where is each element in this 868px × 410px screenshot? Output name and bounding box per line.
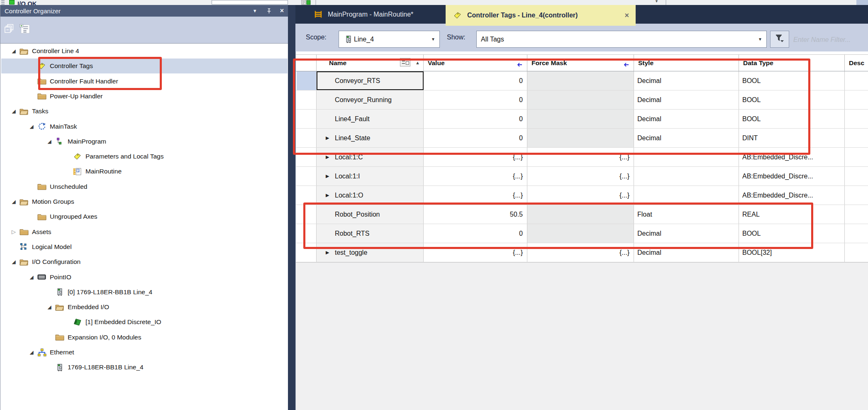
tag-description-cell[interactable] xyxy=(845,129,868,147)
tag-datatype-cell[interactable]: BOOL xyxy=(739,90,845,109)
tag-description-cell[interactable] xyxy=(845,71,868,90)
row-selector[interactable] xyxy=(297,224,317,243)
tag-name-cell[interactable]: ▶test_toggle xyxy=(317,243,424,262)
filter-button[interactable] xyxy=(770,31,789,48)
column-header-style[interactable]: Style xyxy=(634,55,739,71)
tree-item-mainroutine[interactable]: 1MainRoutine xyxy=(1,164,288,179)
expand-toggle-icon[interactable]: ◢ xyxy=(9,48,19,54)
column-header-value[interactable]: Value xyxy=(424,55,527,71)
tag-description-cell[interactable] xyxy=(845,205,868,224)
toolbar-drag-grip[interactable] xyxy=(1,0,5,5)
tree-item-expansion-i-o-0-modules[interactable]: Expansion I/O, 0 Modules xyxy=(1,330,288,345)
tag-style-cell[interactable]: Decimal xyxy=(634,243,739,262)
row-selector[interactable] xyxy=(297,129,317,147)
row-expand-icon[interactable]: ▶ xyxy=(326,250,329,255)
tag-datatype-cell[interactable]: BOOL xyxy=(739,71,845,90)
tree-item-maintask[interactable]: ◢MainTask xyxy=(1,119,288,134)
tag-value-cell[interactable]: 0 xyxy=(424,90,527,109)
tree-item-ethernet[interactable]: ◢Ethernet xyxy=(1,345,288,360)
pin-icon[interactable] xyxy=(266,8,272,14)
expand-toggle-icon[interactable]: ▷ xyxy=(9,229,19,235)
tree-item-tasks[interactable]: ◢Tasks xyxy=(1,104,288,119)
tag-forcemask-cell[interactable]: {...} xyxy=(527,148,634,166)
expand-toggle-icon[interactable]: ◢ xyxy=(9,199,19,205)
tag-name-cell[interactable]: Conveyor_RTS xyxy=(317,71,424,90)
tab-mainprogram-mainroutine[interactable]: MainProgram - MainRoutine* xyxy=(307,5,419,24)
tab-controller-tags[interactable]: Controller Tags - Line_4(controller) × xyxy=(446,5,636,26)
tree-item-motion-groups[interactable]: ◢Motion Groups xyxy=(1,194,288,209)
expand-toggle-icon[interactable]: ◢ xyxy=(27,349,37,355)
tag-forcemask-cell[interactable] xyxy=(527,71,634,90)
row-selector[interactable] xyxy=(297,167,317,185)
tag-style-cell[interactable]: Decimal xyxy=(634,110,739,128)
row-selector[interactable] xyxy=(297,148,317,166)
row-selector[interactable] xyxy=(297,110,317,128)
tree-item-assets[interactable]: ▷Assets xyxy=(1,225,288,239)
tag-forcemask-cell[interactable] xyxy=(527,205,634,224)
tag-forcemask-cell[interactable]: {...} xyxy=(527,243,634,262)
tag-description-cell[interactable] xyxy=(845,186,868,205)
chevron-down-icon[interactable]: ▼ xyxy=(655,0,658,3)
tag-style-cell[interactable]: Decimal xyxy=(634,90,739,109)
tag-value-cell[interactable]: 0 xyxy=(424,110,527,128)
tree-item-pointio[interactable]: ◢PointIO xyxy=(1,270,288,285)
tag-description-cell[interactable] xyxy=(845,110,868,128)
tag-forcemask-cell[interactable] xyxy=(527,224,634,243)
tag-name-cell[interactable]: Conveyor_Running xyxy=(317,90,424,109)
tag-name-cell[interactable]: ▶Local:1:O xyxy=(317,186,424,205)
column-options-icon[interactable] xyxy=(400,58,411,66)
expand-toggle-icon[interactable]: ◢ xyxy=(27,124,37,129)
toolbar-combobox[interactable] xyxy=(212,0,288,5)
tag-description-cell[interactable] xyxy=(845,243,868,262)
tag-value-cell[interactable]: {...} xyxy=(424,243,527,262)
tag-forcemask-cell[interactable]: {...} xyxy=(527,167,634,185)
tag-description-cell[interactable] xyxy=(845,90,868,109)
tree-item-parameters-and-local-tags[interactable]: Parameters and Local Tags xyxy=(1,149,288,164)
tag-datatype-cell[interactable]: BOOL xyxy=(739,110,845,128)
tag-value-cell[interactable]: 0 xyxy=(424,129,527,147)
tag-style-cell[interactable]: Float xyxy=(634,205,739,224)
tag-name-cell[interactable]: ▶Line4_State xyxy=(317,129,424,147)
tree-item-1-embedded-discrete-io[interactable]: [1] Embedded Discrete_IO xyxy=(1,315,288,329)
tag-datatype-cell[interactable]: REAL xyxy=(739,205,845,224)
tag-style-cell[interactable]: Decimal xyxy=(634,224,739,243)
tag-forcemask-cell[interactable]: {...} xyxy=(527,186,634,205)
show-dropdown[interactable]: All Tags ▼ xyxy=(476,31,767,48)
row-expand-icon[interactable]: ▶ xyxy=(326,135,329,141)
panel-menu-caret-icon[interactable]: ▼ xyxy=(253,8,257,13)
tag-value-cell[interactable]: {...} xyxy=(424,148,527,166)
tag-value-cell[interactable]: 0 xyxy=(424,224,527,243)
expand-toggle-icon[interactable]: ◢ xyxy=(27,274,37,280)
row-selector[interactable] xyxy=(297,71,317,90)
tag-style-cell[interactable] xyxy=(634,148,739,166)
tag-datatype-cell[interactable]: AB:Embedded_Discre... xyxy=(739,186,845,205)
row-expand-icon[interactable]: ▶ xyxy=(326,173,329,179)
tag-name-cell[interactable]: Line4_Fault xyxy=(317,110,424,128)
column-header-desc[interactable]: Desc xyxy=(845,55,868,71)
close-icon[interactable]: × xyxy=(280,7,284,15)
tree-item-power-up-handler[interactable]: Power-Up Handler xyxy=(1,89,288,104)
tag-style-cell[interactable]: Decimal xyxy=(634,71,739,90)
tree-item-unscheduled[interactable]: Unscheduled xyxy=(1,179,288,194)
scope-dropdown[interactable]: Line_4 ▼ xyxy=(339,31,440,48)
row-selector[interactable] xyxy=(297,205,317,224)
tag-description-cell[interactable] xyxy=(845,148,868,166)
tag-datatype-cell[interactable]: AB:Embedded_Discre... xyxy=(739,148,845,166)
tree-item-logical-model[interactable]: Logical Model xyxy=(1,239,288,254)
column-header-force-mask[interactable]: Force Mask xyxy=(527,55,634,71)
row-selector[interactable] xyxy=(297,186,317,205)
tree-item-embedded-i-o[interactable]: ◢Embedded I/O xyxy=(1,300,288,315)
panel-splitter[interactable] xyxy=(288,5,295,410)
collapse-all-icon[interactable] xyxy=(4,23,15,37)
name-filter-input[interactable] xyxy=(792,31,867,49)
tree-item-mainprogram[interactable]: ◢MainProgram xyxy=(1,134,288,149)
list-details-icon[interactable] xyxy=(19,23,31,37)
column-header-data-type[interactable]: Data Type xyxy=(739,55,845,71)
tag-datatype-cell[interactable]: BOOL[32] xyxy=(739,243,845,262)
tag-description-cell[interactable] xyxy=(845,224,868,243)
tag-style-cell[interactable] xyxy=(634,186,739,205)
row-expand-icon[interactable]: ▶ xyxy=(326,154,329,160)
tree-item-controller-fault-handler[interactable]: Controller Fault Handler xyxy=(1,74,288,89)
tag-name-cell[interactable]: Robot_RTS xyxy=(317,224,424,243)
tag-forcemask-cell[interactable] xyxy=(527,90,634,109)
